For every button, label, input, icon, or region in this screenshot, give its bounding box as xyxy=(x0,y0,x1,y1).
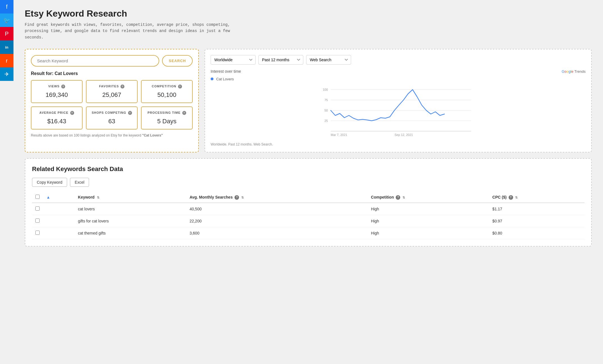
row-competition-1: High xyxy=(368,215,489,227)
search-row: SEARCH xyxy=(31,55,193,67)
search-button[interactable]: SEARCH xyxy=(162,55,193,67)
result-label: Result for: Cat Lovers xyxy=(31,71,193,76)
trends-period-select[interactable]: Past 12 months Past 5 years Past 30 days xyxy=(258,55,303,65)
row-checkbox-2[interactable] xyxy=(35,231,40,235)
row-checkbox-0[interactable] xyxy=(35,206,40,211)
row-competition-0: High xyxy=(368,203,489,215)
google-trends-badge: Google Trends xyxy=(562,69,586,74)
results-note: Results above are based on 100 listings … xyxy=(31,133,193,137)
avg-monthly-help-icon[interactable]: ? xyxy=(235,195,239,200)
metric-competition-value: 50,100 xyxy=(144,91,189,99)
avg-price-help-icon[interactable]: ? xyxy=(70,111,74,115)
trends-type-select[interactable]: Web Search Image Search News Search xyxy=(306,55,351,65)
row-avg-monthly-2: 3,600 xyxy=(186,227,368,239)
metric-favorites-label: FAVORITES xyxy=(99,85,119,88)
chart-container: 100 75 50 25 Mar 7, 2021 Sep 12, 2021 xyxy=(211,84,586,140)
row-avg-monthly-1: 22,200 xyxy=(186,215,368,227)
competition-table-help-icon[interactable]: ? xyxy=(396,195,400,200)
favorites-help-icon[interactable]: ? xyxy=(120,85,124,88)
social-twitter-button[interactable]: 🐦 xyxy=(0,13,13,27)
social-telegram-button[interactable]: ✈ xyxy=(0,67,13,81)
social-pinterest-button[interactable]: P xyxy=(0,27,13,40)
metric-processing-time: PROCESSING TIME ? 5 Days xyxy=(141,106,193,129)
trends-region-select[interactable]: Worldwide United States United Kingdom xyxy=(211,55,256,65)
competition-sort-icon: ⇅ xyxy=(402,196,405,199)
social-sidebar: f 🐦 P in r ✈ xyxy=(0,0,13,364)
social-facebook-button[interactable]: f xyxy=(0,0,13,13)
th-keyword[interactable]: Keyword ⇅ xyxy=(75,192,186,203)
th-avg-monthly[interactable]: Avg. Monthly Searches ? ⇅ xyxy=(186,192,368,203)
svg-text:75: 75 xyxy=(324,98,328,102)
row-checkbox-1[interactable] xyxy=(35,219,40,223)
metrics-grid: VIEWS ? 169,340 FAVORITES ? 25,067 xyxy=(31,80,193,129)
svg-text:Sep 12, 2021: Sep 12, 2021 xyxy=(395,133,413,136)
row-keyword-0: cat lovers xyxy=(75,203,186,215)
metric-favorites-value: 25,067 xyxy=(89,91,134,99)
metric-views: VIEWS ? 169,340 xyxy=(31,80,83,103)
row-spacer-2 xyxy=(43,227,75,239)
metric-shops-competing: SHOPS COMPETING ? 63 xyxy=(86,106,138,129)
shops-help-icon[interactable]: ? xyxy=(128,111,132,115)
metric-avg-price-value: $16.43 xyxy=(34,118,79,125)
metric-favorites: FAVORITES ? 25,067 xyxy=(86,80,138,103)
views-help-icon[interactable]: ? xyxy=(61,85,65,88)
th-checkbox[interactable] xyxy=(32,192,43,203)
row-cpc-0: $1.17 xyxy=(489,203,584,215)
main-content: Etsy Keyword Research Find great keyword… xyxy=(13,0,603,364)
social-reddit-button[interactable]: r xyxy=(0,54,13,67)
th-cpc[interactable]: CPC ($) ? ⇅ xyxy=(489,192,584,203)
row-spacer-0 xyxy=(43,203,75,215)
metric-avg-price-label: AVERAGE PRICE xyxy=(39,111,68,114)
excel-button[interactable]: Excel xyxy=(70,178,89,187)
metric-processing-value: 5 Days xyxy=(144,118,189,125)
row-checkbox-cell-1[interactable] xyxy=(32,215,43,227)
search-input[interactable] xyxy=(31,55,159,67)
svg-text:Mar 7, 2021: Mar 7, 2021 xyxy=(331,133,347,136)
svg-text:50: 50 xyxy=(324,109,328,112)
row-cpc-2: $0.80 xyxy=(489,227,584,239)
metric-views-label: VIEWS xyxy=(48,85,60,88)
metric-views-value: 169,340 xyxy=(34,91,79,99)
metric-shops-value: 63 xyxy=(89,118,134,125)
th-competition[interactable]: Competition ? ⇅ xyxy=(368,192,489,203)
row-checkbox-cell-0[interactable] xyxy=(32,203,43,215)
metric-competition-label: COMPETITION xyxy=(152,85,176,88)
processing-help-icon[interactable]: ? xyxy=(182,111,186,115)
trends-header: Interest over time Google Trends xyxy=(211,69,586,74)
related-title: Related Keywords Search Data xyxy=(32,165,584,173)
table-row: gifts for cat lovers 22,200 High $0.97 xyxy=(32,215,584,227)
row-competition-2: High xyxy=(368,227,489,239)
trends-chart: 100 75 50 25 Mar 7, 2021 Sep 12, 2021 xyxy=(211,84,586,140)
svg-text:100: 100 xyxy=(323,88,328,91)
cpc-help-icon[interactable]: ? xyxy=(509,195,513,200)
search-panel: SEARCH Result for: Cat Lovers VIEWS ? 16… xyxy=(25,49,199,153)
page-title: Etsy Keyword Research xyxy=(25,8,592,19)
trends-panel: Worldwide United States United Kingdom P… xyxy=(204,49,592,153)
avg-monthly-sort-icon: ⇅ xyxy=(241,196,244,199)
table-row: cat lovers 40,500 High $1.17 xyxy=(32,203,584,215)
top-panels: SEARCH Result for: Cat Lovers VIEWS ? 16… xyxy=(25,49,592,153)
copy-keyword-button[interactable]: Copy Keyword xyxy=(32,178,67,187)
metric-shops-label: SHOPS COMPETING xyxy=(92,111,126,114)
cpc-sort-icon: ⇅ xyxy=(515,196,518,199)
chart-legend: Cat Lovers xyxy=(211,77,586,81)
related-section: Related Keywords Search Data Copy Keywor… xyxy=(25,158,592,247)
legend-dot xyxy=(211,78,213,80)
row-cpc-1: $0.97 xyxy=(489,215,584,227)
keyword-sort-icon: ⇅ xyxy=(97,196,99,199)
interest-label: Interest over time xyxy=(211,69,241,74)
competition-help-icon[interactable]: ? xyxy=(178,85,182,88)
svg-text:25: 25 xyxy=(324,119,328,122)
select-all-checkbox[interactable] xyxy=(35,195,40,199)
row-keyword-2: cat themed gifts xyxy=(75,227,186,239)
metric-competition: COMPETITION ? 50,100 xyxy=(141,80,193,103)
row-checkbox-cell-2[interactable] xyxy=(32,227,43,239)
social-linkedin-button[interactable]: in xyxy=(0,40,13,54)
th-sort-arrow[interactable]: ▲ xyxy=(43,192,75,203)
related-keywords-table: ▲ Keyword ⇅ Avg. Monthly Searches ? ⇅ Co… xyxy=(32,192,584,239)
row-spacer-1 xyxy=(43,215,75,227)
table-actions: Copy Keyword Excel xyxy=(32,178,584,187)
row-avg-monthly-0: 40,500 xyxy=(186,203,368,215)
metric-average-price: AVERAGE PRICE ? $16.43 xyxy=(31,106,83,129)
page-description: Find great keywords with views, favorite… xyxy=(25,22,235,40)
